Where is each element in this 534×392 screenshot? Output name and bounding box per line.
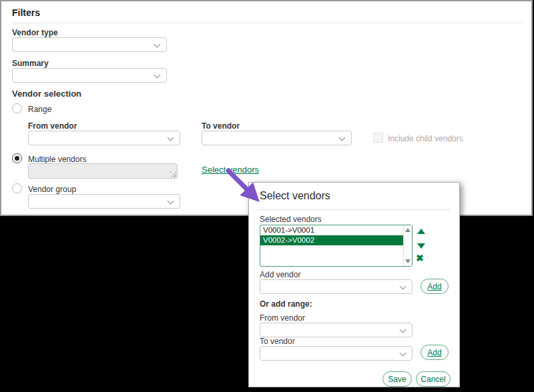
multiple-vendors-textarea[interactable] xyxy=(28,163,178,179)
summary-label: Summary xyxy=(12,59,49,68)
selected-vendors-listbox[interactable]: V0001->V0001 V0002->V0002 xyxy=(260,225,413,267)
chevron-down-icon xyxy=(154,41,161,48)
vendor-group-radio-label: Vendor group xyxy=(28,185,76,194)
chevron-down-icon xyxy=(339,135,346,141)
vendor-selection-heading: Vendor selection xyxy=(12,89,81,99)
dialog-title: Select vendors xyxy=(260,190,330,202)
resize-grip-icon[interactable] xyxy=(170,171,176,177)
listbox-scrollbar[interactable] xyxy=(403,225,412,266)
chevron-down-icon xyxy=(400,350,407,357)
dialog-from-vendor-label: From vendor xyxy=(260,313,305,323)
chevron-down-icon xyxy=(400,327,407,333)
add-range-button[interactable]: Add xyxy=(421,345,449,360)
dialog-to-vendor-select[interactable] xyxy=(260,346,413,361)
range-radio[interactable] xyxy=(12,103,22,113)
move-up-button[interactable] xyxy=(417,229,425,234)
cancel-button[interactable]: Cancel xyxy=(416,371,451,387)
vendor-group-radio[interactable] xyxy=(12,183,22,193)
move-down-button[interactable] xyxy=(417,243,425,249)
range-radio-label: Range xyxy=(28,105,51,114)
selected-vendors-label: Selected vendors xyxy=(260,215,322,224)
filters-divider xyxy=(12,23,522,23)
remove-vendor-button[interactable]: ✖ xyxy=(416,253,424,263)
chevron-down-icon xyxy=(400,283,407,290)
list-item[interactable]: V0001->V0001 xyxy=(260,225,412,235)
chevron-down-icon xyxy=(168,198,174,205)
include-child-vendors-label: Include child vendors xyxy=(388,134,463,143)
select-vendors-link[interactable]: Select vendors xyxy=(202,165,259,175)
summary-select[interactable] xyxy=(12,68,167,83)
multiple-vendors-radio-label: Multiple vendors xyxy=(28,155,86,164)
select-vendors-dialog: Select vendors Selected vendors V0001->V… xyxy=(248,182,460,387)
from-vendor-select[interactable] xyxy=(28,131,180,145)
save-button[interactable]: Save xyxy=(382,371,412,387)
or-add-range-label: Or add range: xyxy=(260,299,312,309)
from-vendor-label: From vendor xyxy=(28,121,77,131)
dialog-to-vendor-label: To vendor xyxy=(260,337,295,346)
to-vendor-label: To vendor xyxy=(202,121,240,131)
chevron-down-icon xyxy=(168,135,174,141)
dialog-from-vendor-select[interactable] xyxy=(260,323,413,337)
list-item[interactable]: V0002->V0002 xyxy=(260,235,412,245)
filters-title: Filters xyxy=(12,7,40,18)
vendor-group-select[interactable] xyxy=(28,194,180,209)
add-vendor-label: Add vendor xyxy=(260,270,300,279)
to-vendor-select[interactable] xyxy=(202,131,352,145)
scroll-up-icon[interactable] xyxy=(405,228,411,232)
vendor-type-label: Vendor type xyxy=(12,28,58,37)
add-vendor-select[interactable] xyxy=(260,279,413,294)
include-child-vendors-checkbox[interactable] xyxy=(373,133,383,143)
vendor-type-select[interactable] xyxy=(12,37,167,52)
multiple-vendors-radio[interactable] xyxy=(12,153,22,163)
add-vendor-button[interactable]: Add xyxy=(421,279,449,294)
dialog-divider xyxy=(258,209,451,210)
chevron-down-icon xyxy=(154,72,161,79)
scroll-down-icon[interactable] xyxy=(405,259,411,263)
